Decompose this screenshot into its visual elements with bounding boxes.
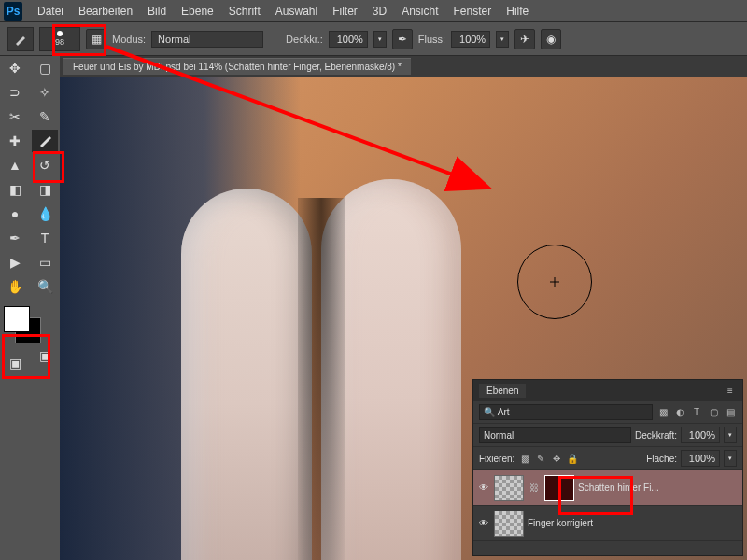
brush-panel-toggle[interactable]: ▦ xyxy=(86,29,106,49)
app-logo: Ps xyxy=(4,2,22,21)
lasso-tool[interactable]: ⊃ xyxy=(2,81,28,104)
layer-opacity-label: Deckkraft: xyxy=(635,430,677,441)
brush-icon xyxy=(37,133,52,148)
lock-transparency-icon[interactable]: ▩ xyxy=(518,452,531,465)
brush-stroke-icon xyxy=(14,33,27,46)
blend-mode-dropdown[interactable]: Normal xyxy=(151,31,263,48)
stamp-tool[interactable]: ▲ xyxy=(2,154,28,176)
filter-smart-icon[interactable]: ▤ xyxy=(724,406,737,419)
menu-type[interactable]: Schrift xyxy=(221,5,268,18)
gradient-tool[interactable]: ◨ xyxy=(32,178,58,201)
menu-bar: Ps Datei Bearbeiten Bild Ebene Schrift A… xyxy=(0,0,747,22)
options-bar: 98 ▦ Modus: Normal Deckkr.: 100% ▾ ✒ Flu… xyxy=(0,22,747,56)
layer-opacity-flyout[interactable]: ▾ xyxy=(724,427,737,443)
image-shadow xyxy=(298,198,345,560)
filter-type-icon[interactable]: T xyxy=(690,406,703,419)
type-tool[interactable]: T xyxy=(32,227,58,249)
zoom-tool[interactable]: 🔍 xyxy=(32,275,58,298)
brush-preset-picker[interactable]: 98 xyxy=(39,27,80,51)
menu-help[interactable]: Hilfe xyxy=(499,5,536,18)
layer-fill-flyout[interactable]: ▾ xyxy=(724,450,737,467)
blur-tool[interactable]: 💧 xyxy=(32,203,58,225)
color-swatches[interactable] xyxy=(4,306,41,343)
shape-tool[interactable]: ▭ xyxy=(32,251,58,273)
filter-kind-label: Art xyxy=(498,407,510,417)
quickmask-tool[interactable]: ▣ xyxy=(2,352,28,374)
hand-tool[interactable]: ✋ xyxy=(2,275,28,298)
layer-name[interactable]: Schatten hinter Fi... xyxy=(578,483,739,493)
fill-label: Fläche: xyxy=(646,454,677,464)
image-finger-1 xyxy=(181,189,312,560)
menu-filter[interactable]: Filter xyxy=(325,5,365,18)
pressure-opacity-icon[interactable]: ✒ xyxy=(392,29,413,49)
brush-dot-icon xyxy=(57,31,63,36)
document-tab-bar: Feuer und Eis by MDI.psd bei 114% (Schat… xyxy=(60,56,747,77)
layer-thumb[interactable] xyxy=(494,475,524,501)
layers-panel: Ebenen ≡ 🔍 Art ▩ ◐ T ▢ ▤ Normal Deckkraf… xyxy=(472,379,743,556)
layer-blend-mode[interactable]: Normal xyxy=(479,427,631,443)
pressure-size-icon[interactable]: ◉ xyxy=(541,29,561,49)
airbrush-icon[interactable]: ✈ xyxy=(514,29,535,49)
menu-layer[interactable]: Ebene xyxy=(174,5,221,18)
visibility-icon[interactable]: 👁 xyxy=(477,518,490,528)
brush-size-value: 98 xyxy=(55,37,64,47)
eyedropper-tool[interactable]: ✎ xyxy=(32,105,58,128)
opacity-label: Deckkr.: xyxy=(286,34,323,45)
layer-fill-field[interactable]: 100% xyxy=(681,450,720,467)
marquee-tool[interactable]: ▢ xyxy=(32,57,58,79)
crop-tool[interactable]: ✂ xyxy=(2,105,28,128)
tools-panel: ✥ ⊃ ✂ ✚ ▲ ◧ ● ✒ ▶ ✋ ▣ ▢ ✧ ✎ ↺ ◨ 💧 xyxy=(0,56,60,560)
healing-tool[interactable]: ✚ xyxy=(2,130,28,152)
layer-opacity-field[interactable]: 100% xyxy=(681,427,720,443)
layer-row[interactable]: 👁 ⛓ Schatten hinter Fi... xyxy=(473,470,742,506)
search-icon: 🔍 xyxy=(484,407,495,417)
layer-row[interactable]: 👁 Finger korrigiert xyxy=(473,506,742,541)
document-tab[interactable]: Feuer und Eis by MDI.psd bei 114% (Schat… xyxy=(63,58,411,75)
opacity-field[interactable]: 100% xyxy=(329,31,368,48)
wand-tool[interactable]: ✧ xyxy=(32,81,58,104)
flow-field[interactable]: 100% xyxy=(451,31,490,48)
lock-paint-icon[interactable]: ✎ xyxy=(534,452,547,465)
pen-tool[interactable]: ✒ xyxy=(2,227,28,249)
history-brush-tool[interactable]: ↺ xyxy=(32,154,58,176)
layer-name[interactable]: Finger korrigiert xyxy=(528,518,739,528)
lock-all-icon[interactable]: 🔒 xyxy=(566,452,579,465)
lock-label: Fixieren: xyxy=(479,454,514,464)
menu-window[interactable]: Fenster xyxy=(446,5,500,18)
menu-view[interactable]: Ansicht xyxy=(394,5,445,18)
screenmode-tool[interactable]: ▣ xyxy=(32,344,58,367)
opacity-flyout[interactable]: ▾ xyxy=(374,31,387,48)
layer-thumb[interactable] xyxy=(494,511,524,537)
layer-filter-kind[interactable]: 🔍 Art xyxy=(479,404,653,420)
visibility-icon[interactable]: 👁 xyxy=(477,483,490,493)
menu-select[interactable]: Auswahl xyxy=(268,5,325,18)
layers-tab[interactable]: Ebenen xyxy=(479,384,526,398)
menu-image[interactable]: Bild xyxy=(140,5,174,18)
eraser-tool[interactable]: ◧ xyxy=(2,178,28,201)
filter-shape-icon[interactable]: ▢ xyxy=(707,406,720,419)
flow-flyout[interactable]: ▾ xyxy=(496,31,509,48)
menu-edit[interactable]: Bearbeiten xyxy=(71,5,140,18)
dodge-tool[interactable]: ● xyxy=(2,203,28,225)
mask-thumb[interactable] xyxy=(544,475,574,501)
menu-3d[interactable]: 3D xyxy=(365,5,394,18)
path-select-tool[interactable]: ▶ xyxy=(2,251,28,273)
menu-file[interactable]: Datei xyxy=(30,5,71,18)
filter-pixel-icon[interactable]: ▩ xyxy=(656,406,669,419)
brush-cursor xyxy=(517,245,592,319)
lock-position-icon[interactable]: ✥ xyxy=(550,452,563,465)
move-tool[interactable]: ✥ xyxy=(2,57,28,79)
filter-adjust-icon[interactable]: ◐ xyxy=(673,406,686,419)
link-icon[interactable]: ⛓ xyxy=(528,482,541,495)
mode-label: Modus: xyxy=(112,34,146,45)
panel-menu-icon[interactable]: ≡ xyxy=(724,385,737,398)
flow-label: Fluss: xyxy=(418,34,445,45)
foreground-color[interactable] xyxy=(4,306,30,332)
tool-preset-picker[interactable] xyxy=(7,27,34,51)
brush-tool[interactable] xyxy=(32,130,58,152)
